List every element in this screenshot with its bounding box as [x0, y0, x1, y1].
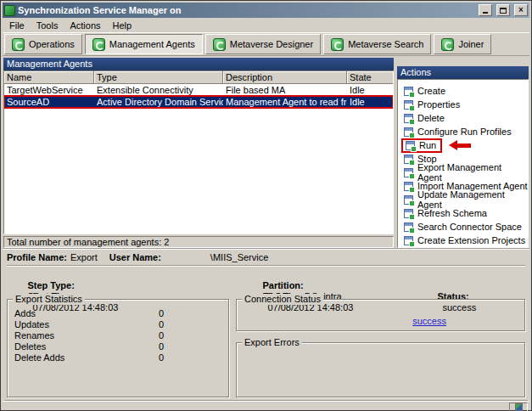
stat-label: Delete Adds	[14, 352, 159, 363]
table-row-targetwebservice[interactable]: TargetWebService Extensible Connectivity…	[4, 84, 393, 96]
action-icon	[404, 127, 413, 137]
connection-status-success-link[interactable]: success	[412, 316, 446, 326]
action-label: Refresh Schema	[417, 208, 487, 218]
column-header-state[interactable]: State	[347, 71, 393, 84]
action-item-create[interactable]: Create	[398, 84, 528, 98]
column-header-description[interactable]: Description	[223, 71, 347, 84]
action-label: Delete	[417, 113, 445, 123]
action-icon	[404, 168, 413, 177]
action-icon	[404, 182, 413, 191]
joiner-icon	[441, 38, 454, 51]
stat-label: Adds	[14, 308, 159, 318]
toolbar-button-metaverse-designer[interactable]: Metaverse Designer	[205, 34, 321, 54]
table-row-sourcead[interactable]: SourceAD Active Directory Domain Service…	[4, 96, 393, 108]
action-item-configure-run-profiles[interactable]: Configure Run Profiles	[398, 125, 528, 138]
cell-state: Idle	[347, 96, 393, 108]
metaverse-search-icon	[331, 38, 344, 51]
toolbar-button-label: Management Agents	[109, 39, 195, 49]
management-agents-icon	[92, 38, 105, 51]
statusbar	[3, 401, 529, 411]
connection-status-groupbox: Connection Status success	[236, 299, 525, 331]
action-item-run[interactable]: Run	[398, 138, 528, 152]
details-boxes: Export Statistics Adds 0 Updates 0 Renam…	[7, 299, 525, 397]
action-icon	[404, 222, 413, 232]
action-label: Search Connector Space	[417, 222, 522, 232]
annotation-arrow-head	[449, 140, 457, 150]
toolbar-button-management-agents[interactable]: Management Agents	[85, 34, 203, 54]
sync-status-icon	[515, 403, 523, 411]
action-item-create-extension-projects[interactable]: Create Extension Projects	[398, 234, 528, 247]
toolbar: Operations Management Agents Metaverse D…	[3, 32, 529, 56]
agents-table-body: TargetWebService Extensible Connectivity…	[4, 84, 393, 234]
menubar: File Tools Actions Help	[3, 18, 529, 32]
user-name-label: User Name:	[109, 252, 161, 263]
app-icon	[4, 5, 15, 16]
stat-value: 0	[159, 330, 164, 341]
toolbar-button-joiner[interactable]: Joiner	[434, 34, 491, 54]
toolbar-button-label: Metaverse Search	[348, 39, 423, 49]
action-label: Export Management Agent	[417, 162, 528, 183]
action-label: Update Management Agent	[417, 189, 528, 210]
stat-label: Updates	[14, 319, 159, 329]
action-icon	[404, 195, 413, 205]
column-header-name[interactable]: Name	[4, 71, 94, 84]
connection-status-title: Connection Status	[242, 294, 323, 305]
action-item-properties[interactable]: Properties	[398, 98, 528, 111]
menu-tools[interactable]: Tools	[31, 20, 64, 31]
minimize-button[interactable]	[479, 4, 492, 16]
agents-table: Name Type Description State TargetWebSer…	[3, 70, 394, 234]
toolbar-button-label: Metaverse Designer	[230, 39, 313, 49]
action-item-delete[interactable]: Delete	[398, 111, 528, 125]
action-icon	[404, 114, 413, 123]
column-header-type[interactable]: Type	[94, 71, 223, 84]
export-errors-groupbox: Export Errors	[236, 342, 525, 397]
window-title: Synchronization Service Manager on	[18, 5, 474, 15]
export-errors-title: Export Errors	[242, 337, 302, 348]
export-statistics-title: Export Statistics	[13, 294, 85, 305]
agents-count-status: Total number of management agents: 2	[3, 236, 394, 248]
toolbar-button-metaverse-search[interactable]: Metaverse Search	[323, 34, 431, 54]
stat-row-updates: Updates 0	[8, 319, 228, 329]
menu-actions[interactable]: Actions	[64, 20, 106, 31]
action-label: Create Extension Projects	[417, 235, 525, 245]
action-item-search-connector-space[interactable]: Search Connector Space	[398, 220, 528, 234]
action-item-export-management-agent[interactable]: Export Management Agent	[398, 166, 528, 179]
export-statistics-groupbox: Export Statistics Adds 0 Updates 0 Renam…	[7, 299, 229, 397]
action-icon	[406, 141, 415, 150]
menu-file[interactable]: File	[3, 20, 31, 31]
maximize-button[interactable]	[496, 4, 510, 16]
stat-value: 0	[159, 308, 164, 318]
cell-name: TargetWebService	[4, 84, 94, 96]
cell-name: SourceAD	[4, 96, 94, 108]
close-button[interactable]: ×	[514, 4, 528, 16]
stat-value: 0	[159, 319, 164, 329]
actions-panel: Actions Create Properties Delete Configu…	[397, 66, 529, 248]
stat-row-renames: Renames 0	[8, 330, 228, 341]
actions-header: Actions	[397, 66, 529, 79]
action-label: Properties	[417, 99, 460, 110]
table-header-row: Name Type Description State	[4, 71, 393, 84]
operations-icon	[12, 38, 25, 51]
metaverse-designer-icon	[213, 38, 226, 51]
cell-description: File based MA	[223, 84, 347, 96]
main-area: Management Agents Name Type Description …	[3, 56, 529, 248]
toolbar-button-operations[interactable]: Operations	[4, 34, 82, 54]
cell-state: Idle	[347, 84, 393, 96]
management-agents-header: Management Agents	[3, 58, 394, 70]
actions-list: Create Properties Delete Configure Run P…	[397, 79, 529, 248]
cell-type: Active Directory Domain Services	[94, 96, 223, 108]
stat-label: Deletes	[14, 341, 159, 352]
stat-label: Renames	[14, 330, 159, 341]
separator-line	[7, 265, 525, 267]
action-icon	[404, 100, 413, 110]
close-icon: ×	[518, 6, 524, 14]
action-icon	[404, 209, 413, 218]
profile-name-label: Profile Name:	[7, 252, 67, 263]
stat-row-deletes: Deletes 0	[8, 341, 228, 352]
menu-help[interactable]: Help	[107, 20, 138, 31]
step-partition-line: Step Type: Export Partition: DC ,DC=intr…	[7, 269, 525, 280]
minimize-icon	[483, 12, 488, 14]
maximize-icon	[500, 8, 507, 14]
annotation-arrow-tail	[457, 144, 471, 148]
action-item-update-management-agent[interactable]: Update Management Agent	[398, 193, 528, 206]
